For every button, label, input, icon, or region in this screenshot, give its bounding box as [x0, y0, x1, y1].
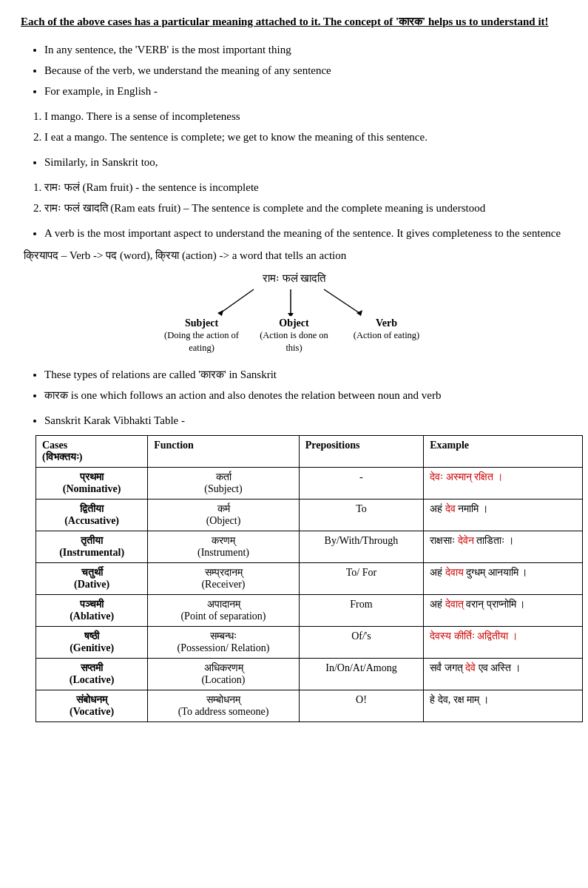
object-sublabel: (Action is done on this)	[254, 329, 335, 355]
prep-prathama: -	[299, 467, 423, 499]
object-label: Object	[279, 317, 308, 329]
numbered-item: रामः फलं खादति (Ram eats fruit) – The se…	[44, 199, 567, 217]
table-row: तृतीया(Instrumental) करणम्(Instrument) B…	[36, 531, 583, 562]
verb-label: Verb	[376, 317, 397, 329]
func-panchami: अपादानम्(Point of separation)	[148, 594, 300, 626]
example-panchami: अहं देवात् वरान् प्राप्नोमि ।	[424, 594, 583, 626]
table-row: प्रथमा(Nominative) कर्ता(Subject) - देवः…	[36, 467, 583, 499]
numbered-item: I eat a mango. The sentence is complete;…	[44, 128, 567, 146]
numbered-item: रामः फलं (Ram fruit) - the sentence is i…	[44, 178, 567, 196]
prep-tritiya: By/With/Through	[299, 531, 423, 562]
bullet-list-2: Similarly, in Sanskrit too,	[44, 153, 567, 171]
func-sambodhanam: सम्बोधनम्(To address someone)	[148, 690, 300, 722]
col-function: Function	[148, 435, 300, 467]
numbered-item: I mango. There is a sense of incompleten…	[44, 107, 567, 125]
diagram-svg	[176, 286, 413, 316]
svg-marker-1	[217, 310, 223, 316]
case-sambodhanam: संबोधनम्(Vocative)	[36, 690, 148, 722]
example-saptami: सर्वं जगत् देवे एव अस्ति ।	[424, 658, 583, 690]
table-row: संबोधनम्(Vocative) सम्बोधनम्(To address …	[36, 690, 583, 722]
table-header-row: Cases(विभक्तयः) Function Prepositions Ex…	[36, 435, 583, 467]
numbered-list-1: I mango. There is a sense of incompleten…	[44, 107, 567, 146]
bullet-item: कारक is one which follows an action and …	[44, 386, 567, 404]
example-shashthi: देवस्य कीर्तिः अद्वितीया ।	[424, 626, 583, 658]
example-chaturthi: अहं देवाय दुग्धम् आनयामि ।	[424, 562, 583, 594]
bullet-list-1: In any sentence, the 'VERB' is the most …	[44, 41, 567, 100]
table-heading-item: Sanskrit Karak Vibhakti Table -	[44, 411, 567, 429]
func-shashthi: सम्बन्धः(Possession/ Relation)	[148, 626, 300, 658]
example-tritiya: राक्षसाः देवेन ताडिताः ।	[424, 531, 583, 562]
func-prathama: कर्ता(Subject)	[148, 467, 300, 499]
case-tritiya: तृतीया(Instrumental)	[36, 531, 148, 562]
prep-sambodhanam: O!	[299, 690, 423, 722]
table-row: पञ्चमी(Ablative) अपादानम्(Point of separ…	[36, 594, 583, 626]
example-prathama: देवः अस्मान् रक्षित ।	[424, 467, 583, 499]
func-tritiya: करणम्(Instrument)	[148, 531, 300, 562]
table-row: षष्ठी(Genitive) सम्बन्धः(Possession/ Rel…	[36, 626, 583, 658]
case-saptami: सप्तमी(Locative)	[36, 658, 148, 690]
col-prepositions: Prepositions	[299, 435, 423, 467]
case-panchami: पञ्चमी(Ablative)	[36, 594, 148, 626]
subject-sublabel: (Doing the action of eating)	[161, 329, 243, 355]
prep-panchami: From	[299, 594, 423, 626]
table-heading-list: Sanskrit Karak Vibhakti Table -	[44, 411, 567, 429]
bullet-item: Similarly, in Sanskrit too,	[44, 153, 567, 171]
svg-marker-5	[356, 310, 362, 316]
case-prathama: प्रथमा(Nominative)	[36, 467, 148, 499]
table-wrapper: Cases(विभक्तयः) Function Prepositions Ex…	[21, 435, 567, 722]
case-shashthi: षष्ठी(Genitive)	[36, 626, 148, 658]
prep-saptami: In/On/At/Among	[299, 658, 423, 690]
numbered-list-2: रामः फलं (Ram fruit) - the sentence is i…	[44, 178, 567, 217]
func-dvitiya: कर्म(Object)	[148, 499, 300, 531]
func-chaturthi: सम्प्रदानम्(Receiver)	[148, 562, 300, 594]
table-row: चतुर्थी(Dative) सम्प्रदानम्(Receiver) To…	[36, 562, 583, 594]
diagram-phrase: रामः फलं खादति	[263, 272, 326, 285]
bullet-list-4: These types of relations are called 'कार…	[44, 366, 567, 404]
diagram-labels: Subject (Doing the action of eating) Obj…	[161, 317, 428, 355]
bullet-item: A verb is the most important aspect to u…	[44, 224, 567, 242]
bullet-item: These types of relations are called 'कार…	[44, 366, 567, 383]
case-dvitiya: द्वितीया(Accusative)	[36, 499, 148, 531]
kriyapad-line: क्रियापद – Verb -> पद (word), क्रिया (ac…	[24, 249, 567, 262]
verb-sublabel: (Action of eating)	[354, 329, 420, 343]
subject-label: Subject	[185, 317, 218, 329]
bullet-item: For example, in English -	[44, 82, 567, 100]
main-heading: Each of the above cases has a particular…	[21, 13, 567, 30]
table-row: सप्तमी(Locative) अधिकरणम्(Location) In/O…	[36, 658, 583, 690]
col-cases: Cases(विभक्तयः)	[36, 435, 148, 467]
example-sambodhanam: हे देव, रक्ष माम् ।	[424, 690, 583, 722]
vibhakti-table: Cases(विभक्तयः) Function Prepositions Ex…	[36, 435, 583, 722]
bullet-item: Because of the verb, we understand the m…	[44, 61, 567, 79]
prep-chaturthi: To/ For	[299, 562, 423, 594]
svg-line-4	[324, 289, 359, 313]
bullet-item: In any sentence, the 'VERB' is the most …	[44, 41, 567, 58]
svg-marker-3	[288, 313, 294, 316]
prep-shashthi: Of/'s	[299, 626, 423, 658]
svg-line-0	[220, 289, 254, 313]
case-chaturthi: चतुर्थी(Dative)	[36, 562, 148, 594]
table-row: द्वितीया(Accusative) कर्म(Object) To अहं…	[36, 499, 583, 531]
diagram: रामः फलं खादति Subject (Doing the action…	[21, 272, 567, 355]
bullet-list-3: A verb is the most important aspect to u…	[44, 224, 567, 242]
func-saptami: अधिकरणम्(Location)	[148, 658, 300, 690]
col-example: Example	[424, 435, 583, 467]
example-dvitiya: अहं देव नमामि ।	[424, 499, 583, 531]
prep-dvitiya: To	[299, 499, 423, 531]
